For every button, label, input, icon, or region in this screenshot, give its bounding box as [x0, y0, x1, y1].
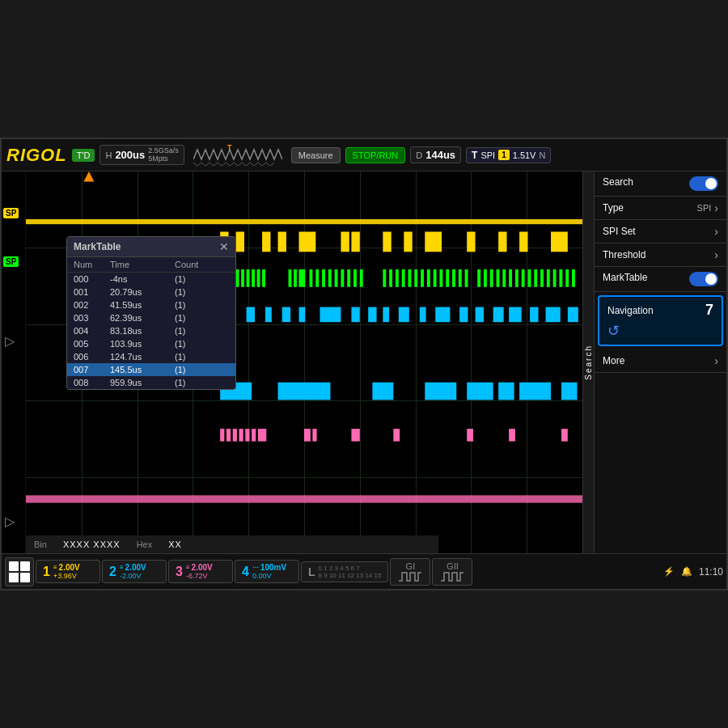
delay-value: 144us	[425, 149, 455, 161]
svg-rect-62	[553, 269, 557, 287]
mark-table-row[interactable]: 006124.7us(1)	[67, 350, 235, 363]
logic-ch-top: 0 1 2 3 4 5 6 7	[319, 565, 382, 572]
svg-rect-93	[220, 429, 224, 442]
grid-view-btn[interactable]	[5, 557, 34, 586]
svg-rect-101	[312, 429, 316, 442]
mark-table-row[interactable]: 007145.5us(1)	[67, 363, 235, 376]
row-num: 005	[74, 339, 110, 349]
svg-rect-68	[265, 307, 272, 323]
trigger-level: 1.51V	[513, 150, 536, 160]
row-count: (1)	[175, 313, 223, 323]
delay-section[interactable]: D 144us	[410, 146, 461, 163]
threshold-item[interactable]: Threshold ›	[595, 243, 726, 267]
type-item[interactable]: Type SPI ›	[595, 197, 726, 220]
horizontal-section[interactable]: H 200us 2.5GSa/s 5Mpts	[99, 145, 184, 166]
svg-rect-88	[425, 383, 456, 400]
svg-rect-33	[347, 269, 350, 287]
row-num: 002	[74, 300, 110, 310]
nav-prev-btn[interactable]: ↺	[607, 322, 620, 340]
row-time: 20.79us	[110, 287, 175, 297]
measure-button[interactable]: Measure	[291, 147, 341, 163]
mark-table-row[interactable]: 00120.79us(1)	[67, 286, 235, 298]
ch3-btn[interactable]: 3 ≡2.00V -6.72V	[168, 560, 233, 583]
gii-btn[interactable]: GII	[432, 558, 472, 586]
svg-rect-67	[247, 307, 255, 323]
ch3-volt: 2.00V	[192, 563, 213, 572]
svg-rect-52	[490, 269, 493, 287]
more-label: More	[603, 355, 624, 366]
more-item[interactable]: More ›	[595, 349, 726, 373]
status-row: ⚡ 🔔 11:10	[663, 566, 723, 578]
mark-table-row[interactable]: 000-4ns(1)	[67, 273, 235, 286]
d-label: D	[416, 150, 422, 160]
spi-set-item[interactable]: SPI Set ›	[595, 220, 726, 243]
ch1-decode-bar	[26, 219, 582, 224]
marktable-toggle-knob	[705, 273, 717, 285]
mark-table-close-btn[interactable]: ✕	[219, 240, 229, 253]
svg-rect-71	[320, 307, 341, 323]
grid-dot-3	[9, 573, 19, 582]
svg-rect-38	[396, 269, 399, 287]
marktable-toggle[interactable]	[689, 272, 718, 286]
svg-rect-99	[258, 429, 266, 442]
bin-label: Bin	[34, 540, 47, 549]
svg-rect-91	[519, 383, 551, 400]
threshold-arrow: ›	[714, 248, 718, 261]
svg-rect-73	[368, 307, 376, 323]
svg-rect-61	[547, 269, 550, 287]
logic-channels: 0 1 2 3 4 5 6 7 8 9 10 11 12 13 14 15	[319, 565, 382, 579]
svg-rect-63	[559, 269, 562, 287]
svg-rect-46	[446, 269, 449, 287]
ch1-btn[interactable]: 1 ≡2.00V +3.96V	[36, 560, 100, 583]
ch1-info: ≡2.00V +3.96V	[53, 563, 80, 580]
ch1-offset: +3.96V	[53, 572, 80, 580]
threshold-label: Threshold	[603, 249, 645, 260]
row-num: 008	[74, 378, 110, 387]
mark-table-row[interactable]: 00241.59us(1)	[67, 298, 235, 311]
row-count: (1)	[175, 378, 223, 387]
ch4-btn[interactable]: 4 ⋯100mV 0.00V	[235, 560, 299, 583]
svg-rect-94	[226, 429, 231, 442]
ch2-btn[interactable]: 2 ≡2.00V -2.00V	[102, 560, 167, 583]
svg-rect-13	[519, 231, 527, 252]
svg-rect-104	[467, 429, 473, 442]
mode-badge: T'D	[72, 149, 95, 162]
svg-rect-89	[467, 383, 493, 400]
hex-value: XX	[168, 540, 182, 549]
svg-rect-80	[493, 307, 504, 323]
gi-btn[interactable]: GI	[390, 558, 430, 586]
svg-rect-4	[278, 231, 286, 252]
svg-rect-43	[427, 269, 430, 287]
trigger-section[interactable]: T SPI 1 1.51V N	[466, 147, 551, 163]
mark-table-row[interactable]: 00362.39us(1)	[67, 311, 235, 324]
svg-rect-84	[568, 307, 578, 323]
svg-rect-100	[304, 429, 311, 442]
spi-set-label: SPI Set	[603, 226, 636, 237]
bottom-bar: 1 ≡2.00V +3.96V 2 ≡2.00V -2.00V 3	[2, 553, 726, 589]
mark-table-columns: Num Time Count	[67, 257, 235, 273]
grid-dot-1	[9, 561, 19, 571]
trigger-label: T	[472, 150, 477, 161]
logic-btn[interactable]: L 0 1 2 3 4 5 6 7 8 9 10 11 12 13 14 15	[301, 561, 388, 582]
search-toggle[interactable]	[689, 176, 718, 191]
stoprun-button[interactable]: STOP/RUN	[345, 147, 406, 163]
mark-table-title: MarkTable	[74, 241, 121, 252]
svg-rect-82	[530, 307, 538, 323]
mark-table-row[interactable]: 005103.9us(1)	[67, 337, 235, 350]
logic-ch-bot: 8 9 10 11 12 13 14 15	[319, 572, 382, 579]
svg-rect-18	[236, 269, 239, 287]
svg-rect-9	[404, 231, 412, 252]
ch3-info: ≡2.00V -6.72V	[186, 563, 213, 580]
row-time: 124.7us	[110, 352, 175, 362]
bin-value: XXXX XXXX	[63, 540, 121, 549]
mark-table-row[interactable]: 00483.18us(1)	[67, 324, 235, 337]
hex-label: Hex	[137, 540, 153, 549]
row-time: 103.9us	[110, 339, 175, 349]
mark-table-row[interactable]: 008959.9us(1)	[67, 376, 235, 389]
preview-svg: T	[193, 143, 282, 167]
row-num: 007	[74, 365, 110, 375]
svg-rect-96	[239, 429, 243, 442]
svg-rect-76	[420, 307, 426, 323]
search-row: Search	[603, 176, 718, 191]
svg-rect-23	[262, 269, 265, 287]
